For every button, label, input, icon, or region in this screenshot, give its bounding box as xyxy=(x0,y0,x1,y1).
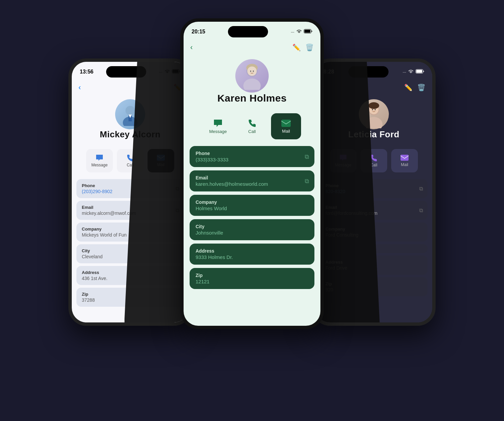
company-label-center: Company xyxy=(196,199,308,205)
mail-label-center: Mail xyxy=(282,129,290,134)
info-cards-center: Phone (333)333-3333 ⧉ Email karen.holves… xyxy=(184,143,320,292)
battery-icon-right xyxy=(416,69,424,75)
dots-icon-right: ··· xyxy=(403,69,406,75)
call-btn-center[interactable]: Call xyxy=(237,113,267,139)
phone-right: 8:28 ··· ‹ ✏️ 🗑️ xyxy=(312,58,436,326)
email-value-center: karen.holves@holmesworld.com xyxy=(196,181,308,187)
svg-rect-24 xyxy=(401,155,409,161)
email-label-center: Email xyxy=(196,175,308,180)
message-btn-center[interactable]: Message xyxy=(203,113,233,139)
wifi-icon-center xyxy=(296,29,302,34)
phones-container: 13:56 ··· ‹ ✏️ xyxy=(68,18,436,403)
phone-value-center: (333)333-3333 xyxy=(196,157,308,162)
message-label-left: Message xyxy=(91,163,108,167)
svg-point-12 xyxy=(247,66,257,76)
call-label-center: Call xyxy=(248,129,256,134)
zip-card-center: Zip 12121 xyxy=(190,268,314,289)
nav-bar-center: ‹ ✏️ 🗑️ xyxy=(184,39,320,56)
status-icons-right: ··· xyxy=(403,69,424,75)
action-buttons-center: Message Call Mail xyxy=(184,109,320,143)
phone-left: 13:56 ··· ‹ ✏️ xyxy=(68,58,192,326)
svg-point-22 xyxy=(372,109,373,110)
company-card-center: Company Holmes World xyxy=(190,195,314,216)
nav-actions-right: ✏️ 🗑️ xyxy=(404,84,426,92)
svg-rect-8 xyxy=(304,30,310,33)
svg-rect-15 xyxy=(281,120,291,127)
back-button-left[interactable]: ‹ xyxy=(78,83,81,92)
svg-point-23 xyxy=(375,109,376,110)
svg-rect-17 xyxy=(416,70,422,73)
phone-center: 20:15 ··· ‹ ✏️ 🗑️ xyxy=(180,18,324,329)
message-label-center: Message xyxy=(209,129,227,134)
svg-point-14 xyxy=(253,71,254,72)
company-value-center: Holmes World xyxy=(196,205,308,211)
copy-phone-center[interactable]: ⧉ xyxy=(305,153,309,160)
phone-label-center: Phone xyxy=(196,151,308,156)
phone-left-screen: 13:56 ··· ‹ ✏️ xyxy=(72,62,189,322)
wifi-icon-right xyxy=(408,69,414,75)
mail-btn-center[interactable]: Mail xyxy=(271,113,301,139)
svg-point-2 xyxy=(125,106,135,115)
address-label-center: Address xyxy=(196,248,308,254)
phone-center-screen: 20:15 ··· ‹ ✏️ 🗑️ xyxy=(184,22,320,326)
nav-actions-center: ✏️ 🗑️ xyxy=(292,43,314,51)
message-btn-left[interactable]: Message xyxy=(86,149,113,172)
status-bar-center: 20:15 ··· xyxy=(184,22,320,39)
city-label-center: City xyxy=(196,224,308,229)
zip-label-center: Zip xyxy=(196,273,308,278)
address-card-center: Address 9333 Holmes Dr. xyxy=(190,244,314,265)
time-center: 20:15 xyxy=(192,29,205,35)
mail-label-right: Mail xyxy=(401,162,408,167)
svg-point-10 xyxy=(243,79,261,90)
avatar-center xyxy=(235,59,269,93)
pencil-icon-right[interactable]: ✏️ xyxy=(404,84,413,92)
status-icons-center: ··· xyxy=(291,29,312,34)
back-button-center[interactable]: ‹ xyxy=(190,43,193,52)
city-value-center: Johnsonville xyxy=(196,230,308,236)
email-card-center[interactable]: Email karen.holves@holmesworld.com ⧉ xyxy=(190,170,314,191)
copy-email-center[interactable]: ⧉ xyxy=(305,177,309,184)
dots-icon-center: ··· xyxy=(291,29,294,34)
svg-point-13 xyxy=(250,71,251,72)
trash-icon-center[interactable]: 🗑️ xyxy=(305,43,314,51)
mail-btn-right[interactable]: Mail xyxy=(391,149,418,172)
contact-name-center: Karen Holmes xyxy=(217,93,287,104)
city-card-center: City Johnsonville xyxy=(190,219,314,240)
copy-email-right[interactable]: ⧉ xyxy=(419,207,423,214)
phone-card-center[interactable]: Phone (333)333-3333 ⧉ xyxy=(190,146,314,167)
phone-right-screen: 8:28 ··· ‹ ✏️ 🗑️ xyxy=(315,62,432,322)
zip-value-center: 12121 xyxy=(196,279,308,284)
dynamic-island-center xyxy=(228,26,268,37)
pencil-icon-center[interactable]: ✏️ xyxy=(292,43,301,51)
profile-section-center: Karen Holmes xyxy=(184,56,320,109)
time-left: 13:56 xyxy=(80,69,93,75)
svg-point-21 xyxy=(368,102,379,109)
address-value-center: 9333 Holmes Dr. xyxy=(196,254,308,260)
trash-icon-right[interactable]: 🗑️ xyxy=(417,84,426,92)
battery-icon-center xyxy=(304,29,312,34)
copy-phone-right[interactable]: ⧉ xyxy=(419,186,423,192)
